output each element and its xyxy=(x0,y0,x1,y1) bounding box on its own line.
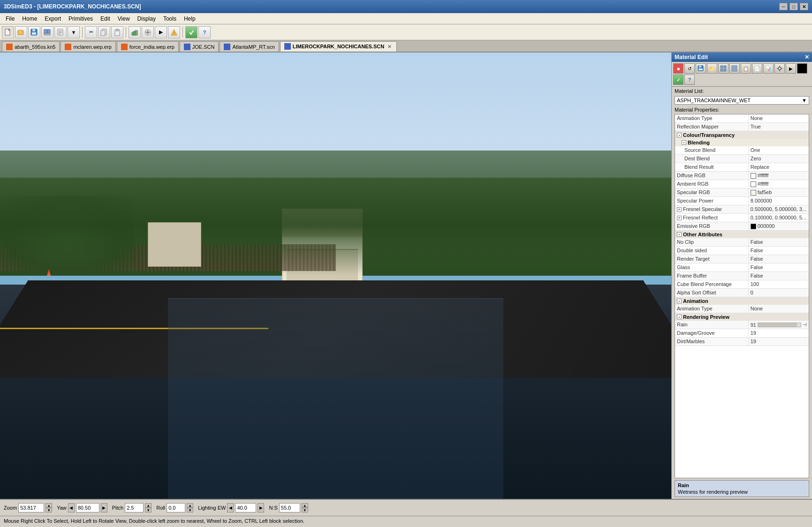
mat-tool-render[interactable]: ▶ xyxy=(786,63,796,74)
prop-val-anim-type[interactable]: None xyxy=(749,305,809,313)
toolbar-new[interactable] xyxy=(2,26,14,38)
prop-val-spec-power[interactable]: 8.000000 xyxy=(749,197,809,205)
tab-mclaren[interactable]: mclaren.wep.erp xyxy=(61,41,115,52)
lighting-right-button[interactable]: ▶ xyxy=(258,503,264,512)
close-button[interactable]: ✕ xyxy=(800,3,808,10)
roll-input[interactable] xyxy=(167,503,185,512)
specular-color-swatch[interactable] xyxy=(751,190,756,196)
prop-val-ambient[interactable]: #ffffff xyxy=(749,180,809,188)
section-colour-header[interactable]: - Colour/Transparency xyxy=(675,131,809,139)
mat-tool-import[interactable]: 📄 xyxy=(752,63,762,74)
toolbar-dropdown[interactable]: ▼ xyxy=(68,26,80,38)
menu-export[interactable]: Export xyxy=(41,15,65,23)
prop-val-damage[interactable]: 19 xyxy=(749,329,809,337)
prop-val-specular[interactable]: faf5eb xyxy=(749,188,809,196)
toolbar-copy[interactable] xyxy=(98,26,110,38)
expand-fresnel-reflect-icon[interactable]: + xyxy=(677,216,682,220)
toolbar-btn11[interactable]: ▶ xyxy=(155,26,167,38)
prop-val-alpha-sort[interactable]: 0 xyxy=(749,289,809,297)
toolbar-cut[interactable]: ✂ xyxy=(85,26,97,38)
lighting-left-button[interactable]: ◀ xyxy=(227,503,234,512)
mat-tool-open[interactable]: 📁 xyxy=(707,63,717,74)
material-list-dropdown[interactable]: ASPH_TRACKMAINNEW_WET ▼ xyxy=(675,96,809,105)
prop-val-dest-blend[interactable]: Zero xyxy=(749,155,809,163)
material-edit-close[interactable]: ✕ xyxy=(804,54,809,60)
pitch-up-button[interactable]: ▲ xyxy=(145,503,152,508)
collapse-blending-icon[interactable]: - xyxy=(682,140,686,145)
tab-atlanta[interactable]: AtlantaMP_RT.scn xyxy=(220,41,279,52)
properties-table[interactable]: Animation Type None Reflection Mapper Tr… xyxy=(675,114,809,478)
menu-display[interactable]: Display xyxy=(134,15,159,23)
prop-val-emissive[interactable]: 000000 xyxy=(749,222,809,230)
collapse-rendering-icon[interactable]: - xyxy=(677,315,682,319)
mat-tool-chart[interactable]: 📊 xyxy=(763,63,774,74)
toolbar-btn12[interactable]: ! xyxy=(168,26,180,38)
roll-up-button[interactable]: ▲ xyxy=(187,503,193,508)
mat-tool-help[interactable]: ? xyxy=(684,75,695,85)
mat-tool-settings[interactable] xyxy=(774,63,785,74)
lighting-ew-input[interactable] xyxy=(235,503,256,512)
subsection-blending-header[interactable]: - Blending xyxy=(675,139,809,146)
yaw-right-button[interactable]: ▶ xyxy=(101,503,107,512)
zoom-up-button[interactable]: ▲ xyxy=(46,503,52,508)
prop-val-fresnel-spec[interactable]: 0.500000, 5.000000, 3... xyxy=(749,205,809,213)
collapse-colour-icon[interactable]: - xyxy=(677,133,682,137)
section-animation-header[interactable]: - Animation xyxy=(675,297,809,305)
menu-help[interactable]: Help xyxy=(180,15,199,23)
zoom-down-button[interactable]: ▼ xyxy=(46,508,52,512)
ns-down-button[interactable]: ▼ xyxy=(302,508,308,512)
prop-val-glass[interactable]: False xyxy=(749,264,809,271)
tab-limerock[interactable]: LIMEROCKPARK_NOCHICANES.SCN ✕ xyxy=(280,41,397,52)
mat-tool-confirm[interactable]: ✓ xyxy=(673,75,683,85)
section-other-header[interactable]: - Other Attributes xyxy=(675,231,809,238)
tab-close-limerock[interactable]: ✕ xyxy=(386,43,393,50)
toolbar-btn5[interactable] xyxy=(54,26,67,38)
tab-abarth[interactable]: abarth_595ss.kn5 xyxy=(2,41,60,52)
maximize-button[interactable]: □ xyxy=(789,3,798,10)
prop-val-rain[interactable]: 91 ⊣ xyxy=(749,321,809,329)
menu-home[interactable]: Home xyxy=(18,15,41,23)
roll-down-button[interactable]: ▼ xyxy=(187,508,193,512)
prop-val-reflection[interactable]: True xyxy=(749,123,809,131)
pitch-down-button[interactable]: ▼ xyxy=(145,508,152,512)
prop-val-dirt[interactable]: 19 xyxy=(749,338,809,346)
yaw-input[interactable] xyxy=(76,503,99,512)
prop-val-no-clip[interactable]: False xyxy=(749,238,809,246)
toolbar-open[interactable] xyxy=(15,26,27,38)
mat-tool-copy[interactable]: 📋 xyxy=(741,63,751,74)
prop-val-render-target[interactable]: False xyxy=(749,255,809,263)
toolbar-btn9[interactable] xyxy=(129,26,141,38)
prop-val-animation-top[interactable]: None xyxy=(749,114,809,122)
tab-joe[interactable]: JOE.SCN xyxy=(180,41,219,52)
minimize-button[interactable]: ─ xyxy=(779,3,788,10)
toolbar-save[interactable] xyxy=(28,26,40,38)
menu-view[interactable]: View xyxy=(114,15,134,23)
toolbar-paste[interactable] xyxy=(111,26,123,38)
yaw-left-button[interactable]: ◀ xyxy=(68,503,75,512)
diffuse-color-swatch[interactable] xyxy=(751,173,756,179)
prop-val-cube-blend[interactable]: 100 xyxy=(749,280,809,288)
menu-primitives[interactable]: Primitives xyxy=(65,15,97,23)
mat-tool-stop[interactable]: ■ xyxy=(673,63,683,74)
toolbar-help[interactable]: ? xyxy=(198,26,211,38)
collapse-other-icon[interactable]: - xyxy=(677,232,682,237)
menu-edit[interactable]: Edit xyxy=(97,15,114,23)
tab-forceindia[interactable]: force_india.wep.erp xyxy=(117,41,179,52)
expand-fresnel-spec-icon[interactable]: + xyxy=(677,207,682,212)
emissive-color-swatch[interactable] xyxy=(751,224,756,229)
ambient-color-swatch[interactable] xyxy=(751,181,756,187)
prop-val-source-blend[interactable]: One xyxy=(749,146,809,154)
collapse-animation-icon[interactable]: - xyxy=(677,299,682,303)
menu-tools[interactable]: Tools xyxy=(159,15,180,23)
toolbar-btn10[interactable] xyxy=(142,26,154,38)
toolbar-btn13[interactable] xyxy=(185,26,197,38)
mat-tool-black[interactable] xyxy=(797,63,807,74)
menu-file[interactable]: File xyxy=(2,15,18,23)
mat-tool-grid1[interactable] xyxy=(718,63,729,74)
prop-val-blend-result[interactable]: Replace xyxy=(749,163,809,171)
prop-val-double-sided[interactable]: False xyxy=(749,247,809,255)
rain-slider[interactable] xyxy=(758,323,801,327)
ns-input[interactable] xyxy=(279,503,300,512)
mat-tool-grid2[interactable] xyxy=(729,63,740,74)
section-rendering-header[interactable]: - Rendering Preview xyxy=(675,313,809,321)
